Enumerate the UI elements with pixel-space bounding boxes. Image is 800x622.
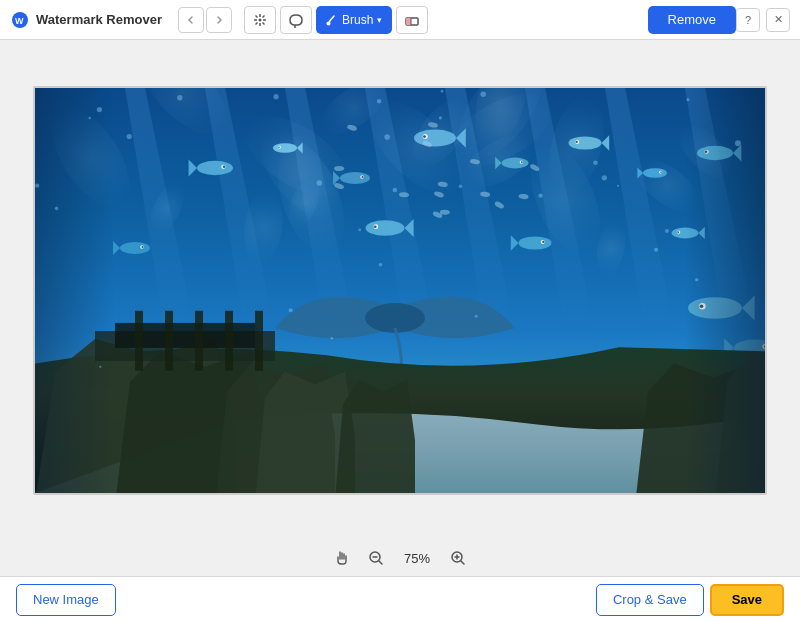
nav-buttons [178,7,232,33]
crop-save-button[interactable]: Crop & Save [596,584,704,616]
new-image-button[interactable]: New Image [16,584,116,616]
help-icon: ? [745,14,751,26]
save-button[interactable]: Save [710,584,784,616]
image-container [33,86,767,495]
remove-button[interactable]: Remove [648,6,736,34]
svg-text:W: W [15,16,24,26]
eraser-tool-button[interactable] [396,6,428,34]
remove-label: Remove [668,12,716,27]
svg-line-9 [255,22,257,24]
crop-save-label: Crop & Save [613,592,687,607]
right-actions: Crop & Save Save [596,584,784,616]
image-canvas[interactable] [35,88,765,493]
app-title: Watermark Remover [36,12,162,27]
toolbar-tools: Brush ▾ [244,6,640,34]
hand-tool-button[interactable] [329,545,355,571]
svg-line-8 [262,15,264,17]
nav-forward-button[interactable] [206,7,232,33]
help-button[interactable]: ? [736,8,760,32]
brush-chevron-icon: ▾ [377,15,382,25]
app-logo-icon: W [10,10,30,30]
svg-point-10 [258,18,261,21]
magic-wand-tool-button[interactable] [244,6,276,34]
nav-back-button[interactable] [178,7,204,33]
action-bar: New Image Crop & Save Save [0,576,800,622]
close-button[interactable]: ✕ [766,8,790,32]
window-controls: ? ✕ [736,8,790,32]
brush-tool-button[interactable]: Brush ▾ [316,6,392,34]
save-label: Save [732,592,762,607]
svg-line-6 [255,15,257,17]
svg-line-18 [379,561,382,564]
svg-rect-14 [406,18,411,25]
zoom-out-button[interactable] [363,545,389,571]
svg-point-12 [326,21,330,25]
svg-line-22 [461,561,464,564]
title-bar: W Watermark Remover [0,0,800,40]
lasso-tool-button[interactable] [280,6,312,34]
zoom-bar: 75% [0,540,800,576]
zoom-level: 75% [397,551,437,566]
brush-label: Brush [342,13,373,27]
main-content [0,40,800,540]
zoom-in-button[interactable] [445,545,471,571]
new-image-label: New Image [33,592,99,607]
svg-line-7 [262,22,264,24]
close-icon: ✕ [774,13,783,26]
